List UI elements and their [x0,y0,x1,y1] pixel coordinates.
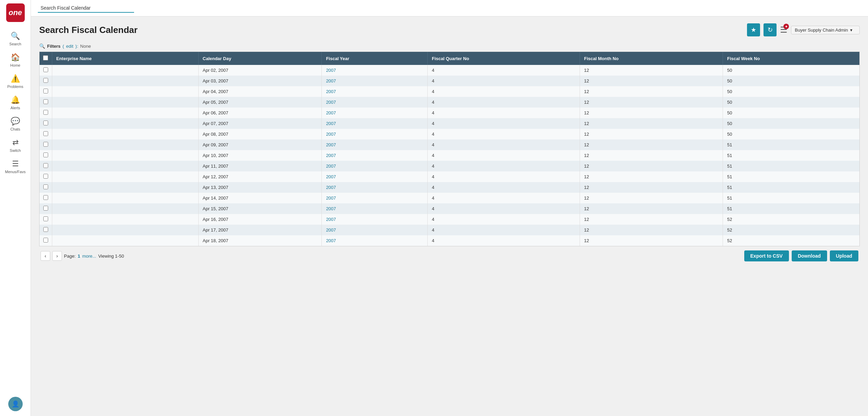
sidebar-item-switch[interactable]: ⇄ Switch [0,135,31,156]
avatar[interactable]: 👤 [8,397,23,411]
sidebar-item-home[interactable]: 🏠 Home [0,49,31,71]
filter-edit-button[interactable]: edit [66,44,73,49]
chats-icon: 💬 [11,117,20,126]
page-label: Page: [64,254,76,259]
row-checkbox[interactable] [43,89,48,93]
row-checkbox-cell[interactable] [40,214,52,225]
row-checkbox[interactable] [43,174,48,179]
cell-enterprise [52,182,198,193]
cell-enterprise [52,108,198,118]
row-checkbox-cell[interactable] [40,193,52,203]
row-checkbox[interactable] [43,227,48,232]
row-checkbox[interactable] [43,216,48,221]
row-checkbox-cell[interactable] [40,139,52,150]
row-checkbox[interactable] [43,121,48,125]
row-checkbox[interactable] [43,206,48,211]
row-checkbox-cell[interactable] [40,86,52,97]
filter-edit-link[interactable]: ( [63,44,64,49]
cell-fiscal-quarter: 4 [428,161,580,171]
row-checkbox[interactable] [43,131,48,136]
table-row: Apr 15, 2007 2007 4 12 51 [40,203,859,214]
cell-fiscal-year: 2007 [322,182,428,193]
table-body: Apr 02, 2007 2007 4 12 50 Apr 03, 2007 2… [40,65,859,246]
cell-calendar-day: Apr 08, 2007 [198,129,322,139]
row-checkbox[interactable] [43,163,48,168]
row-checkbox-cell[interactable] [40,129,52,139]
cell-fiscal-month: 12 [580,171,723,182]
app-logo[interactable]: one [6,3,25,22]
cell-fiscal-month: 12 [580,129,723,139]
sidebar-item-problems[interactable]: ⚠️ Problems [0,71,31,92]
sidebar-item-alerts[interactable]: 🔔 Alerts [0,92,31,113]
row-checkbox-cell[interactable] [40,161,52,171]
cell-fiscal-week: 51 [723,171,859,182]
prev-page-button[interactable]: ‹ [41,251,50,261]
cell-fiscal-week: 51 [723,139,859,150]
row-checkbox[interactable] [43,195,48,200]
download-button[interactable]: Download [792,250,827,261]
more-pages-link[interactable]: more... [82,254,96,259]
cell-fiscal-month: 12 [580,65,723,76]
row-checkbox-cell[interactable] [40,171,52,182]
refresh-icon: ↻ [768,26,773,34]
row-checkbox[interactable] [43,78,48,83]
row-checkbox-cell[interactable] [40,118,52,129]
row-checkbox[interactable] [43,110,48,115]
upload-button[interactable]: Upload [830,250,858,261]
sidebar-label-home: Home [10,63,20,67]
sidebar-item-search[interactable]: 🔍 Search [0,28,31,49]
row-checkbox-cell[interactable] [40,225,52,235]
cell-fiscal-quarter: 4 [428,108,580,118]
cell-fiscal-year: 2007 [322,118,428,129]
cell-fiscal-week: 50 [723,129,859,139]
row-checkbox[interactable] [43,99,48,104]
table-header-row: Enterprise Name Calendar Day Fiscal Year… [40,52,859,65]
page-content: Search Fiscal Calendar ★ ↻ ☰ ✦ Buyer Sup… [31,16,868,416]
select-all-checkbox[interactable] [43,55,48,60]
row-checkbox-cell[interactable] [40,182,52,193]
row-checkbox[interactable] [43,153,48,157]
cell-fiscal-quarter: 4 [428,235,580,246]
search-input[interactable] [38,4,134,13]
row-checkbox-cell[interactable] [40,150,52,161]
cell-enterprise [52,97,198,108]
cell-fiscal-month: 12 [580,150,723,161]
cell-calendar-day: Apr 07, 2007 [198,118,322,129]
sidebar-item-chats[interactable]: 💬 Chats [0,113,31,135]
notifications-button[interactable]: ☰ ✦ [780,25,788,35]
main-content: Search Fiscal Calendar ★ ↻ ☰ ✦ Buyer Sup… [31,0,868,416]
cell-fiscal-year: 2007 [322,235,428,246]
row-checkbox-cell[interactable] [40,235,52,246]
cell-fiscal-month: 12 [580,235,723,246]
cell-fiscal-week: 51 [723,203,859,214]
cell-fiscal-month: 12 [580,225,723,235]
cell-fiscal-year: 2007 [322,139,428,150]
row-checkbox[interactable] [43,238,48,243]
row-checkbox[interactable] [43,184,48,189]
cell-enterprise [52,171,198,182]
row-checkbox-cell[interactable] [40,108,52,118]
cell-calendar-day: Apr 04, 2007 [198,86,322,97]
th-select-all[interactable] [40,52,52,65]
next-page-button[interactable]: › [52,251,62,261]
row-checkbox-cell[interactable] [40,203,52,214]
export-csv-button[interactable]: Export to CSV [744,250,789,261]
row-checkbox-cell[interactable] [40,97,52,108]
sidebar-label-menus: Menus/Favs [5,170,26,174]
row-checkbox[interactable] [43,67,48,72]
row-checkbox-cell[interactable] [40,65,52,76]
refresh-button[interactable]: ↻ [763,23,777,36]
user-role-dropdown[interactable]: Buyer Supply Chain Admin ▾ [791,26,860,34]
cell-fiscal-month: 12 [580,76,723,86]
sidebar-item-menus[interactable]: ☰ Menus/Favs [0,156,31,177]
row-checkbox-cell[interactable] [40,76,52,86]
cell-fiscal-quarter: 4 [428,225,580,235]
favorite-button[interactable]: ★ [747,23,760,36]
row-checkbox[interactable] [43,142,48,147]
current-page: 1 [78,254,80,259]
cell-fiscal-quarter: 4 [428,150,580,161]
search-icon: 🔍 [11,32,20,41]
cell-fiscal-week: 51 [723,182,859,193]
cell-fiscal-quarter: 4 [428,182,580,193]
table-row: Apr 06, 2007 2007 4 12 50 [40,108,859,118]
